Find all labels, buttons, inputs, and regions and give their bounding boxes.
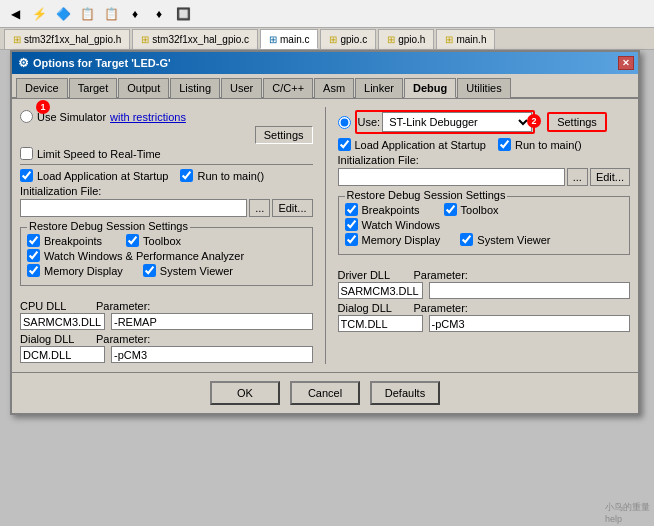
tab-icon: ⊞ (141, 34, 149, 45)
tab-icon: ⊞ (269, 34, 277, 45)
right-dialog-param-label: Parameter: (414, 302, 474, 314)
right-breakpoints-checkbox[interactable] (345, 203, 358, 216)
left-init-input[interactable] (20, 199, 247, 217)
tab-output[interactable]: Output (118, 78, 169, 98)
left-load-app-checkbox[interactable] (20, 169, 33, 182)
tab-utilities[interactable]: Utilities (457, 78, 510, 98)
right-browse-button[interactable]: ... (567, 168, 588, 186)
dialog-title: Options for Target 'LED-G' (33, 57, 171, 69)
left-cpu-dll-input[interactable] (20, 313, 105, 330)
left-breakpoints-label: Breakpoints (44, 235, 102, 247)
right-debugger-radio[interactable] (338, 116, 351, 129)
badge-1: 1 (36, 100, 50, 114)
left-run-to-main-checkbox[interactable] (180, 169, 193, 182)
options-dialog: ⚙ Options for Target 'LED-G' ✕ Device Ta… (10, 50, 640, 415)
badge-2: 2 (527, 114, 541, 128)
limit-speed-checkbox[interactable] (20, 147, 33, 160)
toolbar: ◀ ⚡ 🔷 📋 📋 ♦ ♦ 🔲 (0, 0, 654, 28)
right-restore-group: Restore Debug Session Settings Breakpoin… (338, 196, 631, 255)
left-cpu-dll-label: CPU DLL (20, 300, 90, 312)
left-dll-value-row (20, 313, 313, 330)
tab-stm32-h[interactable]: ⊞ stm32f1xx_hal_gpio.h (4, 29, 130, 49)
right-breakpoints-label: Breakpoints (362, 204, 420, 216)
toolbar-btn-5[interactable]: 📋 (100, 3, 122, 25)
left-dialog-dll-header-row: Dialog DLL Parameter: (20, 333, 313, 345)
tab-asm[interactable]: Asm (314, 78, 354, 98)
right-watch-checkbox[interactable] (345, 218, 358, 231)
left-dialog-dll-label: Dialog DLL (20, 333, 90, 345)
right-use-label: Use: (358, 116, 381, 128)
left-toolbox-checkbox[interactable] (126, 234, 139, 247)
right-edit-button[interactable]: Edit... (590, 168, 630, 186)
toolbar-btn-6[interactable]: ♦ (124, 3, 146, 25)
right-memory-checkbox[interactable] (345, 233, 358, 246)
right-dialog-dll-value-row (338, 315, 631, 332)
left-init-row: ... Edit... (20, 199, 313, 217)
simulator-restrictions-link[interactable]: with restrictions (110, 111, 186, 123)
file-tabbar: ⊞ stm32f1xx_hal_gpio.h ⊞ stm32f1xx_hal_g… (0, 28, 654, 50)
left-load-app-row: Load Application at Startup Run to main(… (20, 169, 313, 182)
tab-main-c[interactable]: ⊞ main.c (260, 29, 318, 49)
left-dialog-dll-input[interactable] (20, 346, 105, 363)
left-memory-checkbox[interactable] (27, 264, 40, 277)
tab-icon: ⊞ (13, 34, 21, 45)
right-load-app-checkbox[interactable] (338, 138, 351, 151)
tab-icon: ⊞ (387, 34, 395, 45)
right-dll-header-row: Driver DLL Parameter: (338, 269, 631, 281)
toolbar-btn-8[interactable]: 🔲 (172, 3, 194, 25)
right-panel: Use: ST-Link Debugger 2 Settings Load Ap… (338, 107, 631, 364)
left-sysviewer-checkbox[interactable] (143, 264, 156, 277)
left-init-label: Initialization File: (20, 185, 313, 197)
toolbar-btn-2[interactable]: ⚡ (28, 3, 50, 25)
tab-target[interactable]: Target (69, 78, 118, 98)
left-breakpoints-checkbox[interactable] (27, 234, 40, 247)
left-edit-button[interactable]: Edit... (272, 199, 312, 217)
left-watch-checkbox[interactable] (27, 249, 40, 262)
tab-stm32-c[interactable]: ⊞ stm32f1xx_hal_gpio.c (132, 29, 258, 49)
tab-debug[interactable]: Debug (404, 78, 456, 98)
simulator-radio[interactable] (20, 110, 33, 123)
right-debugger-select[interactable]: ST-Link Debugger (382, 112, 532, 132)
left-dll-header-row: CPU DLL Parameter: (20, 300, 313, 312)
left-cpu-param-input[interactable] (111, 313, 313, 330)
dialog-close-button[interactable]: ✕ (618, 56, 634, 70)
tab-device[interactable]: Device (16, 78, 68, 98)
panel-divider (325, 107, 326, 364)
tab-main-h[interactable]: ⊞ main.h (436, 29, 495, 49)
left-dialog-param-label: Parameter: (96, 333, 156, 345)
cancel-button[interactable]: Cancel (290, 381, 360, 405)
tab-gpio-c[interactable]: ⊞ gpio.c (320, 29, 376, 49)
tab-icon: ⊞ (329, 34, 337, 45)
right-restore-title: Restore Debug Session Settings (345, 189, 508, 201)
left-settings-row: Settings (20, 126, 313, 144)
left-cpu-param-label: Parameter: (96, 300, 156, 312)
tab-linker[interactable]: Linker (355, 78, 403, 98)
defaults-button[interactable]: Defaults (370, 381, 440, 405)
tab-listing[interactable]: Listing (170, 78, 220, 98)
right-run-to-main-checkbox[interactable] (498, 138, 511, 151)
right-breakpoints-row: Breakpoints Toolbox (345, 203, 624, 216)
right-init-input[interactable] (338, 168, 565, 186)
left-settings-button[interactable]: Settings (255, 126, 313, 144)
tab-gpio-h[interactable]: ⊞ gpio.h (378, 29, 434, 49)
right-driver-param-label: Parameter: (414, 269, 474, 281)
right-driver-param-input[interactable] (429, 282, 631, 299)
right-driver-dll-input[interactable] (338, 282, 423, 299)
left-watch-row: Watch Windows & Performance Analyzer (27, 249, 306, 262)
right-watch-label: Watch Windows (362, 219, 440, 231)
left-dialog-param-input[interactable] (111, 346, 313, 363)
right-toolbox-checkbox[interactable] (444, 203, 457, 216)
right-sysviewer-checkbox[interactable] (460, 233, 473, 246)
left-browse-button[interactable]: ... (249, 199, 270, 217)
right-dialog-dll-input[interactable] (338, 315, 423, 332)
toolbar-btn-4[interactable]: 📋 (76, 3, 98, 25)
right-init-label: Initialization File: (338, 154, 631, 166)
ok-button[interactable]: OK (210, 381, 280, 405)
toolbar-btn-7[interactable]: ♦ (148, 3, 170, 25)
toolbar-btn-3[interactable]: 🔷 (52, 3, 74, 25)
right-settings-button[interactable]: Settings (547, 112, 607, 132)
tab-ccpp[interactable]: C/C++ (263, 78, 313, 98)
right-dialog-param-input[interactable] (429, 315, 631, 332)
toolbar-btn-1[interactable]: ◀ (4, 3, 26, 25)
tab-user[interactable]: User (221, 78, 262, 98)
